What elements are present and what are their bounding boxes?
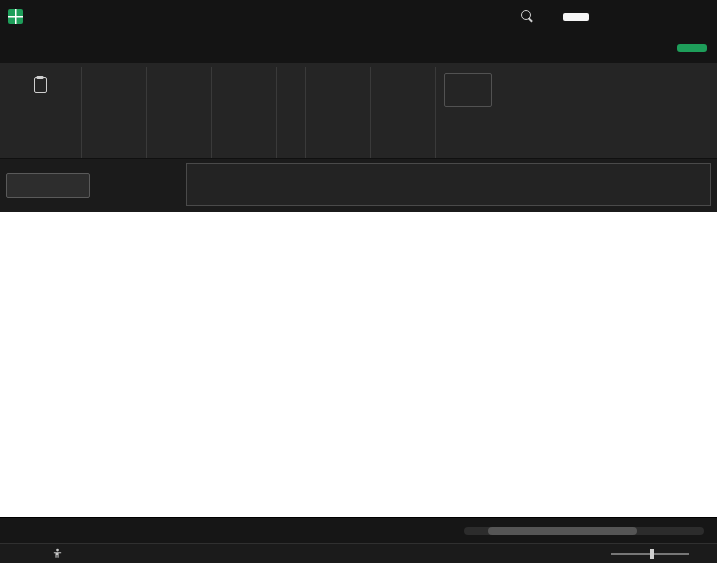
name-box[interactable] xyxy=(6,173,90,198)
alignment-button[interactable] xyxy=(155,69,203,101)
font-button[interactable] xyxy=(90,69,138,101)
paste-clipboard-icon xyxy=(34,77,47,93)
excel-logo-icon[interactable] xyxy=(8,9,23,24)
ribbon-group-font xyxy=(82,67,147,158)
titlebar xyxy=(0,0,717,33)
sheet-tab-bar xyxy=(0,517,717,543)
ribbon-group-editing xyxy=(371,67,436,158)
ribbon-group-styles xyxy=(277,67,306,158)
paste-button[interactable] xyxy=(16,69,64,99)
ribbon-tab-bar xyxy=(0,33,717,63)
ribbon xyxy=(0,63,717,159)
search-icon[interactable] xyxy=(520,9,535,24)
excel-window xyxy=(0,0,717,563)
cells-button[interactable] xyxy=(314,69,362,101)
ribbon-group-number xyxy=(212,67,277,158)
horizontal-scrollbar[interactable] xyxy=(459,527,709,535)
number-button[interactable] xyxy=(220,69,268,101)
status-bar-right xyxy=(575,548,707,560)
accessibility-status[interactable] xyxy=(52,548,68,559)
spreadsheet-grid xyxy=(0,212,717,517)
formula-bar-input[interactable] xyxy=(186,163,711,206)
share-button[interactable] xyxy=(677,44,707,52)
editing-button[interactable] xyxy=(379,69,427,101)
horizontal-scrollbar-track[interactable] xyxy=(464,527,704,535)
accessibility-person-icon xyxy=(52,548,63,559)
sign-in-button[interactable] xyxy=(563,13,589,21)
ribbon-group-cells xyxy=(306,67,371,158)
zoom-slider[interactable] xyxy=(611,548,689,560)
ribbon-group-alignment xyxy=(147,67,212,158)
ribbon-group-clipboard xyxy=(8,67,82,158)
zoom-slider-thumb[interactable] xyxy=(650,549,654,559)
status-bar xyxy=(0,543,717,563)
add-ins-button[interactable] xyxy=(444,73,492,107)
clipboard-small-buttons xyxy=(70,69,73,87)
horizontal-scrollbar-thumb[interactable] xyxy=(488,527,637,535)
ribbon-group-addins xyxy=(436,67,500,158)
formula-bar xyxy=(0,159,717,212)
